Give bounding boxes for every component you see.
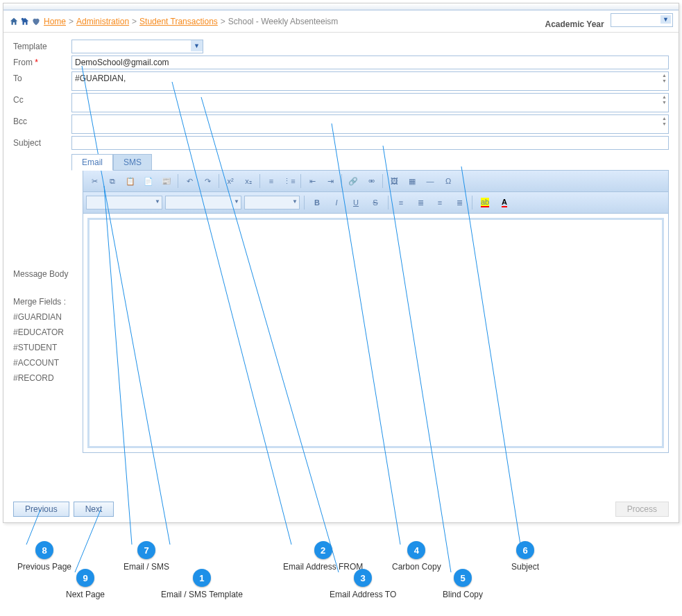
header-icons	[9, 17, 41, 26]
callout-bubble: 4	[407, 541, 425, 559]
paste-word-icon[interactable]: 📰	[158, 173, 175, 189]
indent-icon[interactable]: ⇥	[322, 173, 339, 189]
italic-icon[interactable]: I	[328, 195, 345, 210]
callout-2: 2 Email Address FROM	[283, 541, 363, 572]
ordered-list-icon[interactable]: ≡	[263, 173, 280, 189]
merge-field: #RECORD	[13, 372, 83, 384]
callout-label: Email / SMS Template	[161, 590, 243, 599]
scroll-up-icon[interactable]: ▲	[662, 116, 667, 121]
callout-6: 6 Subject	[511, 541, 539, 572]
message-body-label: Message Body	[13, 268, 83, 280]
callout-bubble: 6	[516, 541, 534, 559]
unordered-list-icon[interactable]: ⋮≡	[281, 173, 298, 189]
callout-label: Carbon Copy	[392, 562, 441, 572]
underline-icon[interactable]: U	[348, 195, 364, 210]
copy-icon[interactable]: ⧉	[104, 173, 121, 189]
merge-field: #GUARDIAN	[13, 311, 83, 323]
cc-input[interactable]: ▲▼	[71, 93, 669, 112]
breadcrumb-sep: >	[221, 17, 225, 26]
table-icon[interactable]: ▦	[404, 173, 420, 189]
strike-icon[interactable]: S	[367, 195, 384, 210]
format-select[interactable]	[86, 196, 162, 209]
merge-field: #ACCOUNT	[13, 357, 83, 369]
breadcrumb-sep: >	[69, 17, 74, 26]
breadcrumb-home[interactable]: Home	[44, 17, 66, 26]
breadcrumb-transactions[interactable]: Student Transactions	[139, 17, 218, 26]
button-row: Previous Next Process	[13, 502, 669, 517]
image-icon[interactable]: 🖼	[386, 173, 402, 189]
tab-sms[interactable]: SMS	[113, 154, 152, 171]
callout-bubble: 7	[137, 541, 155, 559]
scroll-down-icon[interactable]: ▼	[662, 121, 667, 127]
process-button: Process	[615, 502, 669, 517]
hr-icon[interactable]: —	[422, 173, 438, 189]
justify-icon[interactable]: ≣	[451, 195, 468, 210]
breadcrumb-admin[interactable]: Administration	[76, 17, 129, 26]
cut-icon[interactable]: ✂	[86, 173, 103, 189]
from-input[interactable]	[71, 55, 669, 69]
annotations: 8 Previous Page 9 Next Page 7 Email / SM…	[0, 527, 682, 616]
subscript-icon[interactable]: x₂	[240, 173, 257, 189]
callout-bubble: 2	[314, 541, 332, 559]
callout-7: 7 Email / SMS	[123, 541, 169, 572]
window-titlebar	[3, 3, 679, 10]
callout-5: 5 Blind Copy	[443, 569, 483, 599]
callout-4: 4 Carbon Copy	[392, 541, 441, 572]
callout-label: Blind Copy	[443, 590, 483, 599]
side-labels: Message Body Merge Fields : #GUARDIAN #E…	[13, 171, 83, 453]
unlink-icon[interactable]: ⚮	[363, 173, 380, 189]
tab-email[interactable]: Email	[71, 154, 113, 171]
callout-bubble: 1	[193, 569, 211, 587]
editor-body[interactable]	[87, 218, 664, 448]
callout-8: 8 Previous Page	[17, 541, 71, 572]
align-center-icon[interactable]: ≣	[412, 195, 429, 210]
template-label: Template	[13, 40, 71, 51]
paste-icon[interactable]: 📋	[122, 173, 139, 189]
align-left-icon[interactable]: ≡	[393, 195, 409, 210]
bcc-label: Bcc	[13, 114, 71, 126]
heart-icon[interactable]	[31, 17, 41, 26]
template-select[interactable]	[71, 40, 203, 53]
font-select[interactable]	[165, 196, 241, 209]
breadcrumb-sep: >	[132, 17, 137, 26]
scroll-up-icon[interactable]: ▲	[662, 73, 667, 78]
outdent-icon[interactable]: ⇤	[304, 173, 321, 189]
text-color-icon[interactable]: A	[496, 195, 513, 210]
highlight-color-icon[interactable]: ab	[477, 195, 493, 210]
previous-button[interactable]: Previous	[13, 502, 69, 517]
bold-icon[interactable]: B	[309, 195, 325, 210]
callout-label: Email Address TO	[330, 590, 396, 599]
callout-bubble: 8	[35, 541, 53, 559]
callout-bubble: 9	[76, 569, 94, 587]
link-icon[interactable]: 🔗	[345, 173, 361, 189]
home-icon[interactable]	[9, 17, 19, 26]
paste-text-icon[interactable]: 📄	[140, 173, 157, 189]
editor-toolbar-2: B I U S ≡ ≣ ≡ ≣ ab A	[83, 192, 668, 214]
tabs: Email SMS	[71, 154, 669, 171]
merge-fields-label: Merge Fields :	[13, 296, 83, 308]
next-button[interactable]: Next	[74, 502, 114, 517]
editor-toolbar-1: ✂ ⧉ 📋 📄 📰 ↶ ↷ x² x₂ ≡ ⋮≡ ⇤ ⇥	[83, 171, 668, 192]
breadcrumb-row: Home > Administration > Student Transact…	[3, 10, 679, 33]
to-input[interactable]: #GUARDIAN,▲▼	[71, 71, 669, 91]
undo-icon[interactable]: ↶	[181, 173, 198, 189]
to-label: To	[13, 71, 71, 83]
academic-year-select[interactable]	[611, 13, 673, 27]
rich-text-editor: ✂ ⧉ 📋 📄 📰 ↶ ↷ x² x₂ ≡ ⋮≡ ⇤ ⇥	[83, 170, 669, 453]
subject-label: Subject	[13, 136, 71, 148]
align-right-icon[interactable]: ≡	[432, 195, 448, 210]
scroll-down-icon[interactable]: ▼	[662, 78, 667, 84]
callout-bubble: 5	[454, 569, 472, 587]
scroll-up-icon[interactable]: ▲	[662, 94, 667, 100]
size-select[interactable]	[244, 196, 300, 209]
superscript-icon[interactable]: x²	[222, 173, 239, 189]
puzzle-home-icon[interactable]	[20, 17, 30, 26]
bcc-input[interactable]: ▲▼	[71, 114, 669, 134]
redo-icon[interactable]: ↷	[199, 173, 216, 189]
subject-input[interactable]	[71, 136, 669, 150]
symbol-icon[interactable]: Ω	[440, 173, 457, 189]
merge-field: #EDUCATOR	[13, 326, 83, 339]
scroll-down-icon[interactable]: ▼	[662, 100, 667, 105]
merge-field: #STUDENT	[13, 341, 83, 354]
callout-3: 3 Email Address TO	[330, 569, 396, 599]
